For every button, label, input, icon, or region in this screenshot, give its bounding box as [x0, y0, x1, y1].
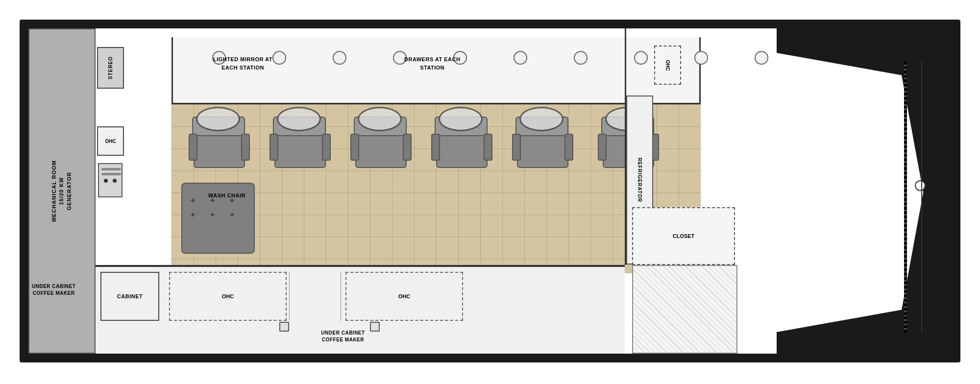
ceiling-light-10: [755, 51, 768, 65]
mechanical-room-label: MECHANICAL ROOM15/20 KWGENERATOR: [50, 160, 73, 222]
divider-2: [341, 272, 341, 321]
closet-label: CLOSET: [673, 233, 695, 239]
ceiling-light-7: [574, 51, 588, 65]
ceiling-light-6: [514, 51, 527, 65]
ceiling-light-9: [694, 51, 708, 65]
trailer-interior: STEREO OHC: [96, 28, 865, 354]
ohc-bottom-1: OHC: [169, 272, 287, 321]
wash-chair-label: WASH CHAIR: [208, 192, 245, 198]
mechanical-room: MECHANICAL ROOM15/20 KWGENERATOR: [28, 28, 96, 354]
drawers-annotation: DRAWERS AT EACHSTATION: [404, 55, 460, 72]
station-chair-1: [186, 107, 252, 175]
plumbing-2: [370, 322, 380, 332]
station-chair-4: [429, 107, 495, 175]
under-cabinet-left-label: UNDER CABINETCOFFEE MAKER: [32, 283, 75, 297]
door-handle: [915, 180, 926, 191]
closet: CLOSET: [632, 207, 735, 265]
bottom-counter-area: CABINET OHC OHC UNDER CABINETCOFFEE MAKE…: [96, 265, 625, 354]
vertical-divider: [625, 28, 626, 265]
refrigerator-label: REFRIGERATOR: [637, 158, 642, 202]
stereo-label: STEREO: [108, 56, 113, 79]
ohc-left: OHC: [97, 126, 124, 156]
ohc-top-right: OHC: [654, 46, 681, 85]
lighted-mirror-annotation: LIGHTED MIRROR ATEACH STATION: [213, 55, 272, 72]
door-frame-line: [921, 62, 922, 333]
ohc-top-right-label: OHC: [665, 60, 670, 71]
divider-1: [289, 272, 290, 321]
station-chair-2: [267, 107, 333, 175]
under-cabinet-bottom-label: UNDER CABINETCOFFEE MAKER: [282, 330, 404, 343]
ceiling-light-8: [634, 51, 648, 65]
ceiling-light-3: [333, 51, 346, 65]
cabinet-label: CABINET: [117, 293, 143, 299]
entry-area: [777, 28, 952, 354]
station-chair-3: [348, 107, 414, 175]
ohc-bottom-2: OHC: [345, 272, 463, 321]
entry-wedge: [777, 53, 943, 332]
stereo-unit: STEREO: [97, 47, 124, 89]
cabinet-box: CABINET: [100, 272, 159, 321]
floor-plan: MECHANICAL ROOM15/20 KWGENERATOR STEREO: [20, 20, 960, 362]
station-chair-5: [510, 107, 576, 175]
plumbing-1: [279, 322, 289, 332]
ohc-bottom-2-label: OHC: [398, 293, 410, 299]
ohc-bottom-1-label: OHC: [222, 293, 234, 299]
ceiling-light-2: [272, 51, 286, 65]
tiled-floor: ✦ ✦ ✦ ✦ ✦ ✦: [172, 104, 701, 273]
hatched-entrance: [632, 265, 737, 354]
electrical-panel: [98, 163, 122, 197]
door-frame-dashed: [904, 62, 907, 333]
ohc-left-label: OHC: [105, 139, 116, 144]
